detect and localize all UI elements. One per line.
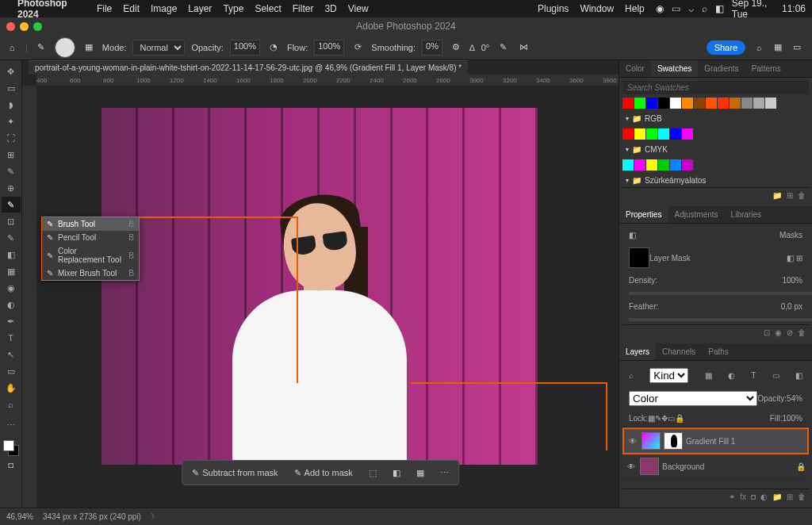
selection-tool[interactable]: ✦ [2,113,21,129]
tab-paths[interactable]: Paths [702,343,735,360]
layer-name[interactable]: Background [662,462,704,471]
swatch[interactable] [658,128,669,140]
control-center-icon[interactable]: ◧ [715,3,724,14]
menu-file[interactable]: File [97,3,112,14]
swatch[interactable] [718,98,729,109]
search-icon[interactable]: ⌕ [702,3,707,14]
canvas-image[interactable] [102,108,538,465]
brush-panel-icon[interactable]: ▦ [82,40,96,55]
swatch[interactable] [741,98,753,109]
search-icon[interactable]: ⌕ [752,40,766,55]
tab-swatches[interactable]: Swatches [651,60,698,77]
mask-option-icon[interactable]: ◧ [386,465,407,481]
menu-select[interactable]: Select [255,3,281,14]
swatch[interactable] [694,98,705,109]
filter-type-icon[interactable]: T [751,371,756,380]
crop-tool[interactable]: ⛶ [2,130,21,146]
menu-image[interactable]: Image [151,3,177,14]
arrange-icon[interactable]: ▭ [790,40,804,55]
menu-view[interactable]: View [348,3,369,14]
swatch[interactable] [670,159,681,171]
lock-artboard-icon[interactable]: ▭ [668,414,675,423]
density-slider[interactable] [629,292,812,295]
layer-mask-thumb[interactable] [629,247,649,268]
lock-transparency-icon[interactable]: ▦ [648,414,655,423]
flyout-mixer-brush-tool[interactable]: ✎Mixer Brush ToolB [42,266,139,280]
flyout-pencil-tool[interactable]: ✎Pencil ToolB [42,231,139,244]
share-button[interactable]: Share [707,40,745,55]
swatch[interactable] [658,159,669,171]
layer-thumb[interactable] [640,458,659,475]
fill-value[interactable]: 100% [782,414,802,423]
pressure-opacity-icon[interactable]: ◔ [266,40,281,55]
flow-value[interactable]: 100% [314,40,344,56]
swatch[interactable] [646,128,657,140]
swatch[interactable] [646,159,657,171]
mask-apply-icon[interactable]: ◉ [775,328,782,337]
new-swatch-icon[interactable]: ⊞ [787,191,793,200]
visibility-icon[interactable]: 👁 [626,462,637,471]
tab-libraries[interactable]: Libraries [725,206,768,223]
delete-icon[interactable]: 🗑 [798,492,806,501]
invert-icon[interactable]: ⬚ [362,465,383,481]
status-chevron-icon[interactable]: 〉 [151,512,159,523]
feather-value[interactable]: 0,0 px [781,302,802,311]
adjustment-icon[interactable]: ◐ [760,492,768,501]
tab-color[interactable]: Color [619,60,651,77]
hand-tool[interactable]: ✋ [2,380,21,396]
tab-properties[interactable]: Properties [619,206,668,223]
menu-window[interactable]: Window [580,3,614,14]
filter-pixel-icon[interactable]: ▦ [705,371,712,380]
density-value[interactable]: 100% [782,276,802,285]
new-layer-icon[interactable]: ⊞ [787,492,793,501]
eraser-tool[interactable]: ◧ [2,247,21,262]
tab-layers[interactable]: Layers [619,343,656,360]
link-icon[interactable]: ⚭ [729,492,735,501]
group-icon[interactable]: 📁 [772,492,782,501]
filter-smart-icon[interactable]: ◧ [795,371,802,380]
feather-slider[interactable] [629,318,812,321]
swatch[interactable] [634,159,645,171]
layer-mask-thumb[interactable] [664,432,683,450]
color-swatches[interactable] [3,440,19,456]
blur-tool[interactable]: ◉ [2,280,21,296]
swatch[interactable] [622,159,634,171]
swatch[interactable] [658,98,669,109]
mask-icon[interactable]: ◘ [751,492,756,501]
history-brush-tool[interactable]: ✎ [2,230,21,246]
layer-background[interactable]: 👁 Background 🔒 [622,454,809,479]
path-tool[interactable]: ↖ [2,347,21,362]
angle-value[interactable]: 0° [481,43,490,52]
swatch-group-gray[interactable]: 📁 Szürkeárnyalatos [622,174,809,187]
workspace-icon[interactable]: ▦ [771,40,785,55]
menu-help[interactable]: Help [625,3,645,14]
dodge-tool[interactable]: ◐ [2,297,21,312]
brush-preview[interactable] [55,37,75,58]
airbrush-icon[interactable]: ⟳ [350,40,365,55]
smoothing-value[interactable]: 0% [422,40,442,56]
blend-mode-select[interactable]: Color [629,391,757,406]
lasso-tool[interactable]: ◗ [2,97,21,113]
document-tab[interactable]: portrait-of-a-young-woman-in-plain-white… [29,60,468,75]
tab-adjustments[interactable]: Adjustments [668,206,725,223]
pen-tool[interactable]: ✒ [2,313,21,329]
zoom-level[interactable]: 46,94% [6,512,33,521]
menu-type[interactable]: Type [223,3,243,14]
swatch[interactable] [682,98,693,109]
brush-tool[interactable]: ✎ [2,197,21,213]
swatch[interactable] [622,128,634,140]
swatch[interactable] [670,128,681,140]
smoothing-options-icon[interactable]: ⚙ [449,40,463,55]
edit-toolbar[interactable]: ⋯ [2,417,21,433]
menu-layer[interactable]: Layer [188,3,212,14]
eyedropper-tool[interactable]: ✎ [2,163,21,179]
add-to-mask-button[interactable]: ✎Add to mask [288,465,359,481]
type-tool[interactable]: T [2,330,21,346]
brush-icon[interactable]: ✎ [34,40,48,55]
swatch[interactable] [646,98,657,109]
menu-3d[interactable]: 3D [324,3,336,14]
lock-position-icon[interactable]: ✥ [661,414,668,423]
layer-opacity-value[interactable]: 54% [787,394,802,403]
pressure-size-icon[interactable]: ✎ [496,40,510,55]
layer-filter-select[interactable]: Kind [649,368,688,383]
